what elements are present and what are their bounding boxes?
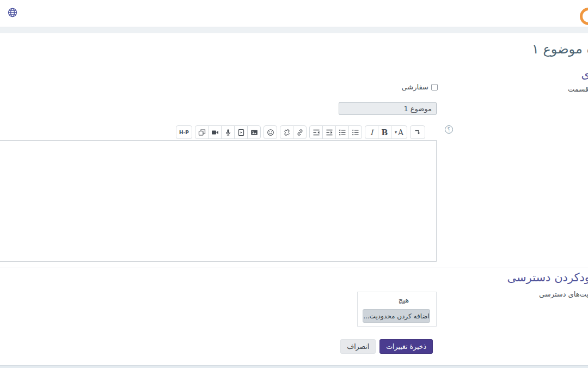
manage-files-icon[interactable] [195, 125, 209, 139]
top-navbar [0, 0, 588, 27]
font-family-dropdown[interactable]: ▾ A [391, 125, 407, 139]
editor-content-area[interactable] [0, 140, 437, 262]
section-name-input[interactable] [339, 102, 437, 115]
section-name-label: قسمت [568, 85, 588, 93]
record-video-icon[interactable] [208, 125, 222, 139]
language-globe-icon[interactable] [7, 7, 19, 19]
unlink-icon[interactable] [280, 125, 293, 139]
brand-logo-ring[interactable] [580, 8, 588, 25]
cancel-button[interactable]: انصراف [340, 339, 376, 354]
link-icon[interactable] [293, 125, 307, 139]
form-actions: ذخیرهٔ تغییرات انصراف [340, 339, 433, 354]
section-heading-general[interactable]: ی [581, 68, 588, 81]
section-divider [0, 268, 588, 268]
bold-button[interactable]: B [378, 125, 391, 139]
custom-checkbox[interactable] [431, 84, 438, 91]
outdent-icon[interactable] [322, 125, 336, 139]
image-icon[interactable] [247, 125, 261, 139]
caret-down-icon: ▾ [395, 130, 397, 135]
restrictions-box: هیچ اضافه کردن محدودیت... [357, 292, 437, 327]
page: ۀ موضوع ۱ ی قسمت سفارشی H-P [0, 0, 588, 368]
secondary-bar [0, 27, 588, 33]
unordered-list-icon[interactable] [348, 125, 362, 139]
record-audio-icon[interactable] [221, 125, 235, 139]
ordered-list-icon[interactable] [335, 125, 349, 139]
indent-icon[interactable] [309, 125, 323, 139]
media-icon[interactable] [234, 125, 248, 139]
custom-checkbox-label[interactable]: سفارشی [402, 83, 428, 91]
italic-button[interactable]: I [365, 125, 378, 139]
toolbar-toggle-icon[interactable] [410, 125, 425, 139]
footer-strip [0, 365, 588, 368]
emoji-icon[interactable] [264, 125, 277, 139]
save-changes-button[interactable]: ذخیرهٔ تغییرات [379, 339, 433, 354]
custom-name-row: سفارشی [402, 83, 438, 91]
section-heading-restrict-access[interactable]: ودکردن دسترسی [507, 271, 588, 284]
editor-toolbar: H-P [176, 125, 434, 139]
access-restrictions-label: یت‌های دسترسی [539, 290, 588, 298]
help-icon[interactable]: ؟ [445, 125, 453, 134]
add-restriction-button[interactable]: اضافه کردن محدودیت... [363, 309, 430, 323]
restrictions-none-text: هیچ [399, 296, 409, 304]
page-title: ۀ موضوع ۱ [532, 41, 588, 57]
h5p-button[interactable]: H-P [176, 125, 192, 139]
